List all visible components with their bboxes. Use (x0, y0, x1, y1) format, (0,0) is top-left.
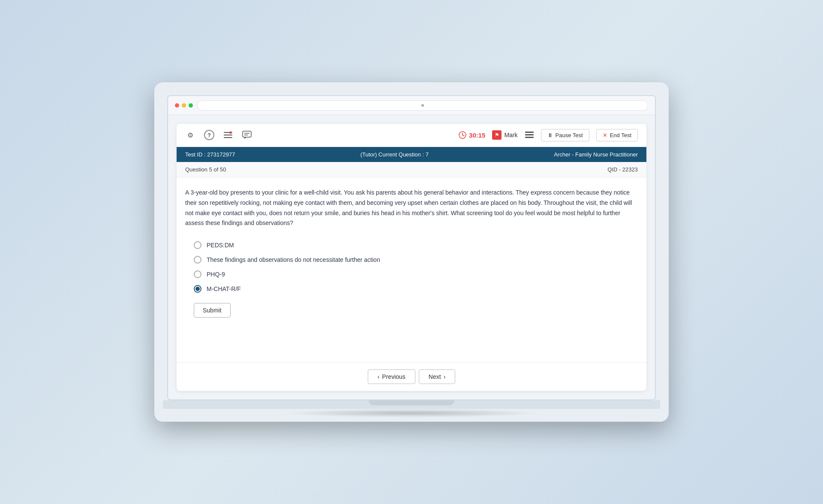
toolbar-right: 30:15 ⚑ Mark ⏸ (459, 129, 638, 141)
mark-label: Mark (504, 132, 517, 138)
review-icon[interactable] (525, 130, 534, 140)
pause-label: Pause Test (556, 132, 583, 138)
chevron-right-icon: › (444, 373, 446, 380)
laptop-shadow (283, 409, 540, 417)
option-b[interactable]: These findings and observations do not n… (194, 256, 638, 264)
option-c-text: PHQ-9 (207, 271, 225, 278)
question-text: A 3-year-old boy presents to your clinic… (185, 188, 638, 228)
flag-icon: ⚑ (492, 130, 502, 140)
svg-rect-4 (243, 131, 251, 137)
question-qid: QID - 22323 (607, 166, 638, 173)
end-test-button[interactable]: ✕ End Test (596, 129, 638, 141)
option-a[interactable]: PEDS:DM (194, 241, 638, 249)
laptop-frame: ⚙ ? (154, 82, 669, 422)
laptop-stand (369, 400, 454, 405)
submit-button[interactable]: Submit (194, 303, 231, 318)
option-a-text: PEDS:DM (207, 242, 234, 249)
browser-dots (175, 103, 193, 108)
option-c[interactable]: PHQ-9 (194, 270, 638, 278)
toolbar-left: ⚙ ? (185, 130, 252, 140)
browser-close-dot (175, 103, 179, 108)
timer-section: 30:15 (459, 131, 485, 139)
toolbar: ⚙ ? (177, 124, 646, 147)
browser-minimize-dot (182, 103, 186, 108)
pause-icon: ⏸ (547, 132, 553, 138)
options-list: PEDS:DM These findings and observations … (194, 241, 638, 293)
previous-label: Previous (382, 373, 405, 380)
svg-rect-2 (224, 137, 232, 138)
question-body: A 3-year-old boy presents to your clinic… (177, 177, 646, 328)
list-icon[interactable] (223, 130, 233, 140)
pause-button[interactable]: ⏸ Pause Test (541, 129, 589, 141)
option-b-text: These findings and observations do not n… (207, 256, 380, 263)
browser-url-bar (197, 100, 648, 111)
next-button[interactable]: Next › (419, 369, 455, 384)
chat-icon[interactable] (242, 130, 252, 140)
option-b-radio[interactable] (194, 256, 201, 264)
option-d-text: M-CHAT-R/F (207, 285, 241, 292)
option-a-radio[interactable] (194, 241, 201, 249)
laptop-screen: ⚙ ? (167, 95, 656, 400)
browser-maximize-dot (189, 103, 193, 108)
svg-point-3 (229, 132, 232, 134)
clock-icon (459, 131, 466, 139)
test-id: Test ID : 273172977 (185, 151, 235, 158)
svg-line-9 (463, 135, 464, 136)
current-question: (Tutor) Current Question : 7 (360, 151, 429, 158)
svg-rect-10 (525, 132, 534, 133)
svg-rect-12 (525, 137, 534, 138)
question-header: Question 5 of 50 QID - 22323 (177, 162, 646, 177)
info-bar: Test ID : 273172977 (Tutor) Current Ques… (177, 147, 646, 162)
mark-section[interactable]: ⚑ Mark (492, 130, 517, 140)
previous-button[interactable]: ‹ Previous (368, 369, 415, 384)
next-label: Next (429, 373, 441, 380)
submit-section: Submit (194, 303, 638, 318)
option-d[interactable]: M-CHAT-R/F (194, 285, 638, 293)
test-container: ⚙ ? (177, 124, 646, 391)
option-d-radio[interactable] (194, 285, 201, 293)
chevron-left-icon: ‹ (378, 373, 380, 380)
end-label: End Test (610, 132, 631, 138)
svg-rect-11 (525, 134, 534, 135)
timer-display: 30:15 (469, 132, 485, 139)
browser-chrome (168, 96, 655, 115)
exam-name: Archer - Family Nurse Practitioner (554, 151, 638, 158)
help-icon[interactable]: ? (204, 130, 214, 140)
svg-rect-1 (224, 135, 232, 135)
option-c-radio[interactable] (194, 270, 201, 278)
question-progress: Question 5 of 50 (185, 166, 226, 173)
settings-icon[interactable]: ⚙ (185, 130, 195, 140)
end-icon: ✕ (603, 132, 607, 138)
nav-footer: ‹ Previous Next › (177, 362, 646, 391)
url-dot (421, 104, 424, 107)
laptop-base (163, 400, 660, 409)
